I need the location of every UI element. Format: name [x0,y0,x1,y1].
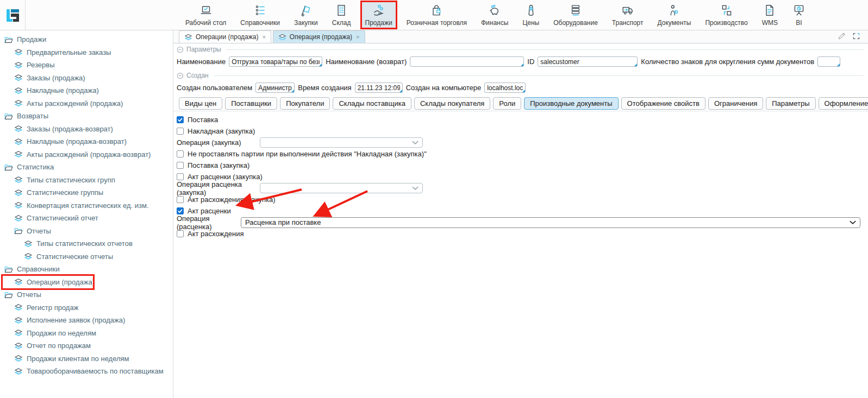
tab-price-types[interactable]: Виды цен [179,97,222,110]
created-computer-input[interactable] [484,83,526,93]
created-time-label: Время создания [298,84,351,92]
fullscreen-icon[interactable] [852,32,860,40]
toolbar-item-prices[interactable]: Цены [519,1,542,28]
toolbar-item-sales[interactable]: Продажи [362,1,396,28]
toolbar-item-warehouse[interactable]: Склад [329,1,354,28]
tree-item-stat-report-types[interactable]: Типы статистических отчетов [0,237,173,250]
toolbar-item-production[interactable]: Производство [702,1,751,28]
tree-item-sales-by-week[interactable]: Продажи по неделям [0,327,173,340]
checkbox-supply-purchase[interactable]: Поставка (закупка) [177,160,864,171]
tree-item-sales-report[interactable]: Отчет по продажам [0,339,173,352]
tree-item-discrepancy-acts-sale-return[interactable]: Акты расхождений (продажа-возврат) [0,148,173,161]
tree-item-stat-group-types[interactable]: Типы статистических групп [0,174,173,187]
toolbar-item-bi[interactable]: BI [789,1,809,28]
tree-item-turnover-by-supplier[interactable]: Товарооборачиваемость по поставщикам [0,365,173,378]
checkbox-discrepancy-act-purchase[interactable]: Акт расхождения (закупка) [177,194,864,205]
tree-item-stat-groups[interactable]: Статистические группы [0,186,173,199]
tab-roles[interactable]: Роли [493,97,521,110]
tree-folder-stat-reports[interactable]: Отчеты [0,225,173,238]
toolbar-item-label: Производство [705,19,747,27]
checkbox-icon[interactable] [177,173,184,180]
checkbox-icon[interactable] [177,150,184,157]
tab-buyers[interactable]: Покупатели [280,97,330,110]
tree-item-label: Акты расхождений (продажа) [27,99,123,108]
checkbox-pricing-act[interactable]: Акт расценки [177,205,864,217]
name-input[interactable] [229,56,322,67]
tree-folder-reports[interactable]: Отчеты [0,288,173,301]
tree-item-reserves[interactable]: Резервы [0,59,173,72]
collapse-minus-icon[interactable] [177,72,184,79]
tree-item-label: Отчет по продажам [27,342,91,350]
checkbox-icon[interactable] [177,128,184,135]
navigation-tree: Продажи Предварительные заказы Резервы З… [0,30,173,398]
tree-folder-returns[interactable]: Возвраты [0,110,173,123]
toolbar-item-finance[interactable]: Финансы [478,1,511,28]
created-user-input[interactable] [255,83,295,93]
doc-tab-operation-sale[interactable]: Операция (продажа) × [273,30,365,43]
main-toolbar: Рабочий стол Справочники Закупки Склад П… [0,0,868,30]
toolbar-item-equipment[interactable]: Оборудование [550,1,601,28]
created-time-input[interactable] [355,83,403,93]
checkbox-pricing-act-purchase[interactable]: Акт расценки (закупка) [177,171,864,182]
tree-item-stat-report[interactable]: Статистический отчет [0,212,173,225]
tab-derived-documents[interactable]: Производные документы [524,97,618,110]
collapse-minus-icon[interactable] [177,46,184,53]
tree-item-sales-register[interactable]: Регистр продаж [0,301,173,314]
checkbox-invoice-purchase[interactable]: Накладная (закупка) [177,125,864,137]
settings-tabbar: Виды цен Поставщики Покупатели Склады по… [173,96,868,111]
doc-tab-operations-sale[interactable]: Операции (продажа) × [179,30,271,43]
id-input[interactable] [538,56,638,67]
tree-item-discrepancy-acts-sale[interactable]: Акты расхождений (продажа) [0,97,173,110]
edit-pencil-icon[interactable] [837,31,847,41]
tree-folder-directories[interactable]: Справочники [0,263,173,276]
toolbar-item-directories[interactable]: Справочники [237,1,283,28]
checkbox-checked-icon[interactable] [177,207,184,214]
select-operation-pricing-purchase[interactable] [260,183,423,193]
tree-item-stat-unit-conversion[interactable]: Конвертация статистических ед. изм. [0,199,173,212]
rounding-input[interactable] [817,56,840,67]
tab-suppliers[interactable]: Поставщики [225,97,277,110]
tree-item-label: Отчеты [27,227,51,235]
tree-folder-sales[interactable]: Продажи [0,33,173,46]
tree-item-invoices-sale-return[interactable]: Накладные (продажа-возврат) [0,135,173,148]
tree-item-orders-sale-return[interactable]: Заказы (продажа-возврат) [0,123,173,136]
list-icon [253,2,267,18]
tree-item-request-fulfillment[interactable]: Исполнение заявок (продажа) [0,314,173,327]
checkbox-icon[interactable] [177,230,184,237]
tree-item-preorders[interactable]: Предварительные заказы [0,46,173,59]
tabstrip-actions [837,31,868,43]
layers-icon [14,99,23,107]
tab-supplier-warehouses[interactable]: Склады поставщика [333,97,411,110]
toolbar-item-documents[interactable]: Документы [654,1,695,28]
toolbar-item-retail[interactable]: Розничная торговля [403,1,470,28]
checkbox-supply[interactable]: Поставка [177,114,864,125]
checkbox-icon[interactable] [177,162,184,169]
checkbox-icon[interactable] [177,196,184,203]
tree-folder-statistics[interactable]: Статистика [0,161,173,174]
select-operation-purchase[interactable] [260,137,423,148]
tree-item-invoices-sale[interactable]: Накладные (продажа) [0,84,173,97]
tree-item-orders-sale[interactable]: Заказы (продажа) [0,72,173,85]
close-icon[interactable]: × [356,34,359,40]
toolbar-item-wms[interactable]: WMS [759,1,781,28]
layers-icon [24,252,33,260]
tab-restrictions[interactable]: Ограничения [708,97,763,110]
tab-invoice-layout[interactable]: Оформление накладных [819,97,868,110]
tree-item-operations-sale[interactable]: Операции (продажа) [0,276,173,289]
toolbar-item-desktop[interactable]: Рабочий стол [182,1,229,28]
select-operation-pricing[interactable]: Расценка при поставке [241,217,860,228]
checkbox-discrepancy-act[interactable]: Акт расхождения [177,228,864,239]
checkbox-no-batches-on-invoice[interactable]: Не проставлять партии при выполнении дей… [177,148,864,160]
return-name-input[interactable] [410,56,524,67]
close-icon[interactable]: × [262,34,265,40]
checkbox-checked-icon[interactable] [177,116,184,123]
created-time-field-wrap [355,83,403,93]
tab-parameters[interactable]: Параметры [766,97,815,110]
tree-item-client-sales-by-week[interactable]: Продажи клиентам по неделям [0,352,173,365]
toolbar-item-purchases[interactable]: Закупки [291,1,321,28]
toolbar-item-transport[interactable]: Транспорт [609,1,647,28]
app-logo[interactable] [0,0,26,30]
tab-property-display[interactable]: Отображение свойств [621,97,705,110]
tree-item-stat-reports[interactable]: Статистические отчеты [0,250,173,263]
tab-buyer-warehouses[interactable]: Склады покупателя [414,97,490,110]
